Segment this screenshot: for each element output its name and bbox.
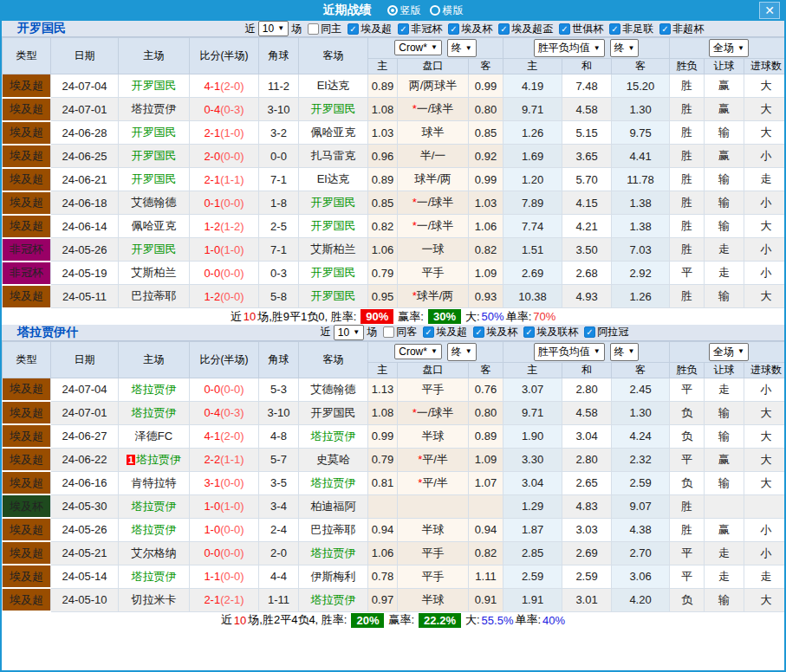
- away-team-name: 塔拉贾伊: [311, 476, 356, 489]
- avg-state-select-value: 终: [614, 345, 625, 359]
- result-handicap: 输: [705, 401, 744, 424]
- league-checkbox-1[interactable]: 非冠杯: [398, 22, 442, 36]
- handicap: 半球: [398, 518, 469, 541]
- result-handicap: 赢: [705, 518, 744, 541]
- result-wdl: 平: [670, 541, 705, 565]
- handicap: *一/球半: [398, 401, 469, 424]
- subcolumn-header: 客: [469, 59, 503, 74]
- avg-draw-odds: 5.15: [562, 121, 612, 145]
- competition-badge: 埃及超: [3, 424, 51, 448]
- league-checkbox-6[interactable]: 非超杯: [659, 22, 704, 36]
- result-wdl: 负: [670, 471, 705, 494]
- home-team: 开罗国民: [119, 74, 190, 98]
- home-odds: 1.06: [368, 238, 398, 262]
- league-checkbox-3[interactable]: 阿拉冠: [584, 325, 628, 339]
- match-row: 埃及超24-07-04开罗国民4-1(2-0)11-2El达克0.89两/两球半…: [3, 74, 786, 98]
- result-wdl: 平: [670, 262, 705, 285]
- home-team: 泽德FC: [119, 424, 190, 448]
- competition-badge: 埃及超: [3, 191, 51, 215]
- matches-count-select[interactable]: 10▼: [334, 325, 364, 340]
- match-date: 24-05-11: [51, 285, 119, 308]
- corner-score: 11-2: [259, 74, 299, 98]
- column-header: 日期: [51, 341, 119, 378]
- league-label: 埃及超盃: [511, 22, 553, 36]
- away-team: 开罗国民: [299, 215, 368, 238]
- odds-source-select[interactable]: Crow*▼: [394, 40, 442, 55]
- close-button[interactable]: ✕: [759, 2, 780, 19]
- same-venue-checkbox[interactable]: 同主: [308, 22, 341, 36]
- handicap: 平手: [398, 541, 469, 565]
- result-goals: 大: [744, 448, 786, 471]
- result-handicap: 赢: [705, 145, 744, 168]
- avg-home-odds: 7.74: [503, 215, 562, 238]
- away-team: 塔拉贾伊: [299, 588, 368, 611]
- matches-count-select[interactable]: 10▼: [258, 21, 289, 36]
- league-checkbox-2[interactable]: 埃及联杯: [523, 325, 578, 339]
- scope-select[interactable]: 全场▼: [709, 343, 749, 361]
- odds-state-select[interactable]: 终▼: [447, 343, 477, 361]
- summary-record: 场,胜9平1负0, 胜率:: [257, 309, 356, 325]
- result-wdl: 胜: [670, 98, 705, 121]
- home-team: 艾斯柏兰: [119, 262, 190, 285]
- chevron-down-icon: ▼: [465, 45, 472, 52]
- league-checkbox-1[interactable]: 埃及杯: [473, 325, 517, 339]
- league-label: 埃及超: [361, 22, 392, 36]
- home-odds: 0.99: [368, 424, 398, 448]
- scope-select[interactable]: 全场▼: [709, 39, 749, 57]
- result-goals: 小: [744, 262, 786, 285]
- league-checkbox-5[interactable]: 非足联: [609, 22, 653, 36]
- odds-state-select[interactable]: 终▼: [447, 39, 477, 57]
- result-handicap: 赢: [705, 98, 744, 121]
- match-row: 埃及超24-05-26塔拉贾伊1-0(0-0)2-4巴拉蒂耶0.94半球0.94…: [3, 518, 786, 541]
- away-odds: 0.89: [469, 424, 503, 448]
- result-handicap: 输: [705, 424, 744, 448]
- odds-source-select[interactable]: Crow*▼: [394, 344, 442, 359]
- avg-home-odds: 1.90: [503, 424, 562, 448]
- single-rate-label: 单率:: [515, 612, 541, 628]
- avg-away-odds: 11.78: [612, 168, 670, 191]
- half-score: (1-1): [220, 453, 244, 466]
- corner-score: 4-4: [259, 565, 299, 588]
- league-checkbox-0[interactable]: 埃及超: [348, 22, 392, 36]
- chevron-down-icon: ▼: [594, 348, 601, 355]
- away-odds: 0.80: [469, 401, 503, 424]
- avg-odds-select[interactable]: 胜平负均值▼: [534, 39, 605, 57]
- home-team-name: 开罗国民: [132, 149, 177, 162]
- avg-state-select[interactable]: 终▼: [610, 343, 640, 361]
- summary-near-label: 近: [221, 612, 232, 628]
- home-team: 开罗国民: [119, 238, 190, 262]
- away-odds: 1.06: [469, 215, 503, 238]
- checkbox-checked-icon: [498, 23, 510, 35]
- league-checkbox-4[interactable]: 世俱杯: [559, 22, 603, 36]
- avg-home-odds: 3.30: [503, 448, 562, 471]
- avg-away-odds: 1.30: [612, 98, 670, 121]
- dialog-title: 近期战绩: [323, 3, 372, 18]
- league-checkbox-3[interactable]: 埃及超盃: [498, 22, 553, 36]
- same-venue-checkbox[interactable]: 同客: [383, 325, 417, 339]
- result-handicap: 输: [705, 215, 744, 238]
- full-score: 0-4: [204, 406, 220, 419]
- avg-draw-odds: 2.59: [562, 565, 612, 588]
- avg-home-odds: 1.26: [503, 121, 562, 145]
- layout-radio-vertical[interactable]: 竖版: [387, 3, 421, 18]
- avg-odds-select[interactable]: 胜平负均值▼: [534, 343, 605, 361]
- match-score: 1-1(0-0): [190, 565, 259, 588]
- league-checkbox-2[interactable]: 埃及杯: [448, 22, 492, 36]
- corner-score: 0-3: [259, 262, 299, 285]
- avg-home-odds: 3.07: [503, 378, 562, 401]
- league-label: 非超杯: [672, 22, 704, 36]
- league-checkbox-0[interactable]: 埃及超: [423, 325, 467, 339]
- full-score: 0-4: [204, 103, 220, 116]
- league-label: 埃及超: [436, 325, 467, 339]
- avg-state-select[interactable]: 终▼: [610, 39, 640, 57]
- home-team: 塔拉贾伊: [119, 494, 190, 518]
- avg-draw-odds: 3.03: [562, 518, 612, 541]
- result-wdl: 胜: [670, 518, 705, 541]
- home-team: 开罗国民: [119, 121, 190, 145]
- corner-score: 1-8: [259, 191, 299, 215]
- layout-radio-horizontal[interactable]: 横版: [430, 3, 464, 18]
- match-date: 24-05-10: [51, 588, 119, 611]
- half-score: (0-0): [220, 267, 244, 280]
- away-team: 塔拉贾伊: [299, 471, 368, 494]
- avg-odds-select-value: 胜平负均值: [538, 41, 590, 55]
